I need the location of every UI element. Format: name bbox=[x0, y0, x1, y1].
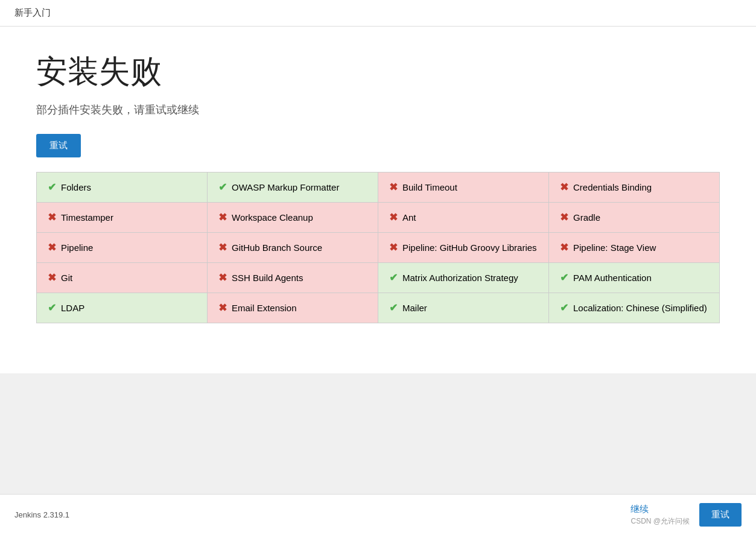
plugin-name: Build Timeout bbox=[402, 182, 457, 192]
plugin-name: Credentials Binding bbox=[573, 182, 652, 192]
x-icon: ✖ bbox=[218, 212, 227, 223]
x-icon: ✖ bbox=[218, 302, 227, 314]
x-icon: ✖ bbox=[560, 182, 568, 193]
plugin-name: Gradle bbox=[573, 212, 600, 223]
table-row: ✖Email Extension bbox=[208, 293, 378, 323]
check-icon: ✔ bbox=[48, 302, 56, 314]
plugin-name: Pipeline: GitHub Groovy Libraries bbox=[402, 242, 537, 253]
check-icon: ✔ bbox=[389, 272, 398, 283]
table-row: ✖GitHub Branch Source bbox=[208, 233, 378, 263]
footer-version: Jenkins 2.319.1 bbox=[14, 510, 69, 519]
plugin-name: OWASP Markup Formatter bbox=[232, 182, 339, 192]
table-row: ✔OWASP Markup Formatter bbox=[208, 173, 378, 203]
table-row: ✖Timestamper bbox=[37, 203, 208, 233]
continue-link[interactable]: 继续 bbox=[631, 504, 649, 514]
check-icon: ✔ bbox=[48, 182, 56, 193]
main-content: 安装失败 部分插件安装失败，请重试或继续 重试 ✔Folders✔OWASP M… bbox=[0, 27, 756, 373]
table-row: ✖Credentials Binding bbox=[549, 173, 720, 203]
table-row: ✔Mailer bbox=[378, 293, 549, 323]
plugin-name: Mailer bbox=[402, 303, 427, 313]
plugin-name: Matrix Authorization Strategy bbox=[402, 273, 518, 283]
plugin-name: Pipeline bbox=[61, 242, 93, 253]
footer-watermark: CSDN @允许问候 bbox=[631, 516, 690, 527]
table-row: ✖Git bbox=[37, 263, 208, 293]
x-icon: ✖ bbox=[560, 212, 568, 223]
check-icon: ✔ bbox=[389, 302, 398, 314]
table-row: ✖SSH Build Agents bbox=[208, 263, 378, 293]
page-title: 安装失败 bbox=[36, 51, 720, 93]
footer-actions: 继续 CSDN @允许问候 重试 bbox=[631, 503, 742, 527]
plugin-name: Email Extension bbox=[232, 303, 297, 313]
x-icon: ✖ bbox=[389, 212, 398, 223]
x-icon: ✖ bbox=[48, 242, 56, 253]
table-row: ✔PAM Authentication bbox=[549, 263, 720, 293]
x-icon: ✖ bbox=[48, 272, 56, 283]
x-icon: ✖ bbox=[218, 272, 227, 283]
footer: Jenkins 2.319.1 继续 CSDN @允许问候 重试 bbox=[0, 494, 756, 535]
plugin-name: GitHub Branch Source bbox=[232, 242, 322, 253]
table-row: ✖Workspace Cleanup bbox=[208, 203, 378, 233]
plugin-name: Timestamper bbox=[61, 212, 113, 223]
plugin-name: Folders bbox=[61, 182, 91, 192]
x-icon: ✖ bbox=[389, 242, 398, 253]
plugin-name: PAM Authentication bbox=[573, 273, 652, 283]
table-row: ✔Matrix Authorization Strategy bbox=[378, 263, 549, 293]
plugin-grid: ✔Folders✔OWASP Markup Formatter✖Build Ti… bbox=[36, 172, 720, 323]
footer-right-group: 继续 CSDN @允许问候 bbox=[631, 504, 690, 527]
check-icon: ✔ bbox=[560, 272, 568, 283]
retry-button-top[interactable]: 重试 bbox=[36, 134, 81, 157]
table-row: ✔Localization: Chinese (Simplified) bbox=[549, 293, 720, 323]
x-icon: ✖ bbox=[48, 212, 56, 223]
table-row: ✖Gradle bbox=[549, 203, 720, 233]
retry-button-footer[interactable]: 重试 bbox=[699, 503, 742, 527]
table-row: ✖Ant bbox=[378, 203, 549, 233]
x-icon: ✖ bbox=[389, 182, 398, 193]
table-row: ✖Build Timeout bbox=[378, 173, 549, 203]
bottom-area bbox=[0, 373, 756, 494]
check-icon: ✔ bbox=[560, 302, 568, 314]
table-row: ✖Pipeline: Stage View bbox=[549, 233, 720, 263]
plugin-name: LDAP bbox=[61, 303, 84, 313]
page-subtitle: 部分插件安装失败，请重试或继续 bbox=[36, 103, 720, 117]
check-icon: ✔ bbox=[218, 182, 227, 193]
top-bar: 新手入门 bbox=[0, 0, 756, 27]
x-icon: ✖ bbox=[560, 242, 568, 253]
table-row: ✔Folders bbox=[37, 173, 208, 203]
top-bar-title: 新手入门 bbox=[14, 7, 51, 17]
plugin-name: Ant bbox=[402, 212, 416, 223]
plugin-name: SSH Build Agents bbox=[232, 273, 303, 283]
plugin-name: Workspace Cleanup bbox=[232, 212, 313, 223]
x-icon: ✖ bbox=[218, 242, 227, 253]
plugin-name: Git bbox=[61, 273, 72, 283]
table-row: ✖Pipeline: GitHub Groovy Libraries bbox=[378, 233, 549, 263]
table-row: ✖Pipeline bbox=[37, 233, 208, 263]
plugin-name: Localization: Chinese (Simplified) bbox=[573, 303, 707, 313]
table-row: ✔LDAP bbox=[37, 293, 208, 323]
plugin-name: Pipeline: Stage View bbox=[573, 242, 656, 253]
